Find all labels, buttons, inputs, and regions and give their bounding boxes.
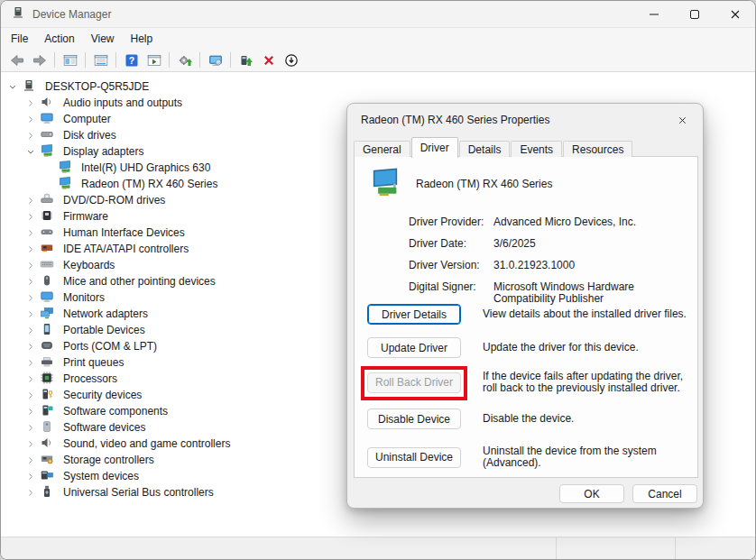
dvd-icon: [40, 192, 54, 207]
tree-item-label: Portable Devices: [63, 324, 145, 336]
close-icon: [728, 7, 742, 22]
console-tree-icon: [63, 53, 78, 68]
toolbar-properties-button[interactable]: [89, 50, 112, 70]
menu-view[interactable]: View: [83, 30, 123, 48]
chevron-right-icon[interactable]: [25, 388, 40, 402]
status-segment-3: [675, 537, 755, 559]
ide-icon: [40, 241, 59, 258]
action-row-disable-device: Disable DeviceDisable the device.: [367, 409, 690, 429]
menu-help[interactable]: Help: [123, 30, 161, 48]
toolbar-forward-button[interactable]: [28, 50, 51, 70]
minimize-button[interactable]: [633, 1, 674, 27]
field-label: Digital Signer:: [409, 281, 493, 305]
action-pane-icon: [147, 53, 161, 68]
chevron-right-icon[interactable]: [25, 128, 40, 142]
caption-buttons: [633, 1, 755, 27]
tree-item-label: Software devices: [63, 421, 145, 434]
tree-item-label: DESKTOP-Q5R5JDE: [45, 80, 149, 93]
toolbar-update-driver-button[interactable]: [235, 50, 257, 70]
toolbar-uninstall-device-button[interactable]: [257, 50, 280, 70]
chevron-right-icon[interactable]: [25, 355, 40, 370]
ports-icon: [40, 338, 59, 355]
chevron-right-icon[interactable]: [25, 290, 40, 305]
chevron-down-icon[interactable]: [25, 144, 40, 159]
status-segment-1: [1, 537, 556, 559]
chevron-right-icon[interactable]: [25, 485, 40, 500]
tree-item-desktop-q5r5jde[interactable]: DESKTOP-Q5R5JDE: [2, 78, 754, 95]
tab-general[interactable]: General: [354, 141, 410, 157]
tree-item-label: Firmware: [63, 210, 108, 223]
uninstall-device-button[interactable]: Uninstall Device: [367, 447, 461, 468]
chevron-right-icon[interactable]: [25, 242, 40, 256]
dvd-icon: [40, 192, 59, 209]
chevron-right-icon[interactable]: [25, 225, 40, 240]
chevron-right-icon: [23, 212, 38, 222]
chevron-right-icon[interactable]: [25, 453, 40, 467]
menu-file[interactable]: File: [3, 30, 36, 48]
chevron-right-icon: [23, 309, 38, 319]
chevron-right-icon[interactable]: [25, 193, 40, 207]
toolbar-disable-device-button[interactable]: [280, 50, 302, 70]
field-label: Driver Version:: [409, 260, 493, 271]
chevron-right-icon[interactable]: [25, 436, 40, 451]
cancel-button[interactable]: Cancel: [632, 484, 697, 503]
toolbar-help-button[interactable]: ?: [120, 50, 143, 70]
update-driver-icon: [239, 53, 254, 68]
usb-icon: [40, 484, 54, 499]
hid-icon: [40, 225, 54, 239]
menu-action[interactable]: Action: [36, 30, 82, 48]
disable-device-button[interactable]: Disable Device: [367, 409, 461, 429]
field-digital-signer: Digital Signer:Microsoft Windows Hardwar…: [409, 281, 697, 305]
tree-item-label: Keyboards: [63, 259, 115, 271]
chevron-right-icon: [23, 423, 38, 433]
maximize-button[interactable]: [674, 1, 715, 27]
toolbar-console-tree-button[interactable]: [59, 50, 81, 70]
action-button-wrap: Disable Device: [367, 409, 461, 429]
chevron-right-icon[interactable]: [25, 96, 40, 110]
dialog-close-button[interactable]: [668, 108, 696, 132]
tree-item-label: Processors: [63, 372, 117, 385]
tree-item-label: Intel(R) UHD Graphics 630: [81, 161, 210, 174]
chevron-right-icon[interactable]: [25, 112, 40, 126]
chevron-right-icon[interactable]: [25, 209, 40, 224]
update-driver-button[interactable]: Update Driver: [367, 337, 461, 358]
chevron-right-icon[interactable]: [25, 258, 40, 272]
chevron-right-icon[interactable]: [25, 274, 40, 289]
tree-item-label: Computer: [63, 113, 111, 125]
scan-hardware-icon: [178, 53, 192, 68]
chevron-right-icon[interactable]: [25, 372, 40, 386]
chevron-right-icon: [23, 196, 38, 206]
forward-icon: [32, 53, 47, 68]
storage-icon: [40, 452, 59, 469]
action-description: If the device fails after updating the d…: [483, 371, 690, 394]
action-description: Uninstall the device from the system (Ad…: [483, 445, 690, 469]
toolbar-scan-hardware-button[interactable]: [173, 50, 196, 70]
ok-button[interactable]: OK: [559, 484, 624, 503]
tab-driver[interactable]: Driver: [411, 137, 458, 158]
chevron-right-icon[interactable]: [25, 469, 40, 483]
chevron-right-icon[interactable]: [25, 323, 40, 337]
toolbar-action-pane-button[interactable]: [143, 50, 165, 70]
chevron-down-icon: [23, 147, 38, 157]
chevron-right-icon[interactable]: [25, 339, 40, 353]
tab-details[interactable]: Details: [459, 141, 511, 157]
toolbar-remote-computer-button[interactable]: [204, 50, 226, 70]
toolbar: ?: [1, 49, 755, 72]
driver-tab-page: Radeon (TM) RX 460 Series Driver Provide…: [354, 156, 698, 478]
maximize-icon: [687, 7, 702, 22]
disk-icon: [40, 127, 54, 142]
chevron-right-icon[interactable]: [25, 404, 40, 418]
tab-events[interactable]: Events: [511, 141, 562, 157]
tab-resources[interactable]: Resources: [563, 141, 632, 157]
keyboard-icon: [40, 257, 59, 274]
toolbar-back-button[interactable]: [5, 50, 28, 70]
chevron-right-icon[interactable]: [25, 420, 40, 435]
dialog-title: Radeon (TM) RX 460 Series Properties: [361, 114, 668, 126]
close-button[interactable]: [715, 1, 755, 27]
chevron-right-icon[interactable]: [25, 307, 40, 321]
action-button-wrap: Roll Back Driver: [367, 372, 461, 393]
properties-dialog: Radeon (TM) RX 460 Series Properties Gen…: [346, 103, 704, 509]
chevron-down-icon[interactable]: [7, 79, 22, 94]
firmware-icon: [40, 208, 59, 225]
driver-details-button[interactable]: Driver Details: [367, 304, 461, 325]
